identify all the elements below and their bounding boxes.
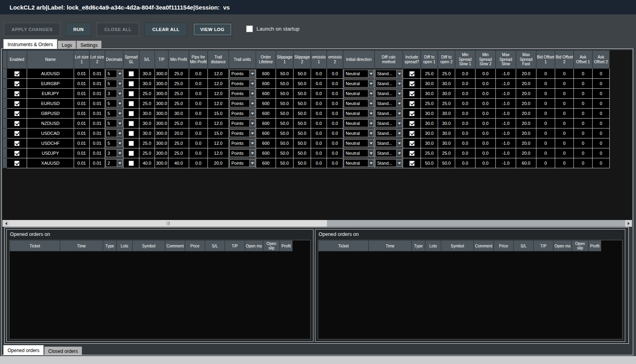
clear-all-button[interactable]: CLEAR ALL — [145, 23, 187, 36]
min-profit-cell[interactable]: 25.0 — [168, 69, 189, 79]
min-spread-slow-1-cell[interactable]: 0.0 — [455, 109, 476, 119]
decimals-select[interactable]: 5 — [106, 70, 123, 78]
orders-column-header-t-p[interactable]: T/P — [534, 241, 554, 251]
row-header[interactable] — [3, 158, 7, 168]
column-header-initial-direction[interactable]: Initial direction — [343, 51, 375, 69]
ask-offset-2-cell[interactable]: 0 — [593, 119, 610, 128]
min-profit-cell[interactable]: 30.0 — [168, 109, 189, 119]
order-lifetime-cell[interactable]: 600 — [256, 79, 276, 89]
include-spread-cell[interactable] — [403, 119, 421, 128]
bid-offset-2-cell[interactable]: 0 — [555, 79, 574, 89]
ask-offset-2-cell[interactable]: 0 — [593, 158, 610, 168]
trail-units-select[interactable]: Points — [229, 80, 255, 88]
include-spread-cell[interactable] — [403, 158, 421, 168]
s-l-cell[interactable]: 40.0 — [139, 158, 155, 168]
ask-offset-1-cell[interactable]: 0 — [574, 158, 593, 168]
bid-offset-1-cell[interactable]: 0 — [536, 148, 555, 158]
orders-column-header-lots[interactable]: Lots — [117, 241, 133, 251]
omissio-1-cell[interactable]: 0.0 — [311, 138, 327, 148]
diff-to-open-2-cell[interactable]: 30.0 — [438, 119, 455, 128]
max-spread-fast-cell[interactable]: 20.0 — [516, 109, 536, 119]
column-header-t-p[interactable]: T/P — [155, 51, 168, 69]
trail-distance-cell[interactable]: 15.0 — [208, 128, 229, 138]
diff-to-open-2-cell[interactable]: 25.0 — [438, 69, 455, 79]
orders-column-header-s-l[interactable]: S/L — [205, 241, 225, 251]
lot-size-1-cell[interactable]: 0.01 — [74, 119, 90, 128]
initial-direction-select[interactable]: Neutral — [344, 119, 374, 127]
pips-for-min-profit-cell[interactable]: 0.0 — [189, 138, 208, 148]
lot-size-1-cell[interactable]: 0.01 — [74, 109, 90, 119]
lot-size-2-cell[interactable]: 0.01 — [90, 79, 105, 89]
include-spread-cell[interactable] — [403, 128, 421, 138]
max-spread-fast-cell[interactable]: 60.0 — [516, 158, 536, 168]
name-cell[interactable]: EURGBP — [27, 79, 74, 89]
slippage-2-cell[interactable]: 50.0 — [294, 128, 311, 138]
diff-to-open-1-cell[interactable]: 25.0 — [421, 99, 438, 109]
scrollbar-track[interactable] — [9, 220, 625, 227]
max-spread-slow-cell[interactable]: -1.0 — [496, 109, 516, 119]
lot-size-1-cell[interactable]: 0.01 — [74, 158, 90, 168]
orders-column-header-open-slip[interactable]: Open slip — [572, 241, 589, 251]
diff-calc-method-select[interactable]: Stand... — [375, 80, 402, 88]
column-header-order-lifetime[interactable]: Order Lifetime — [256, 51, 276, 69]
slippage-1-cell[interactable]: 50.0 — [276, 158, 294, 168]
slippage-1-cell[interactable]: 50.0 — [276, 109, 294, 119]
orders-column-header-price[interactable]: Price — [494, 241, 514, 251]
row-header[interactable] — [3, 109, 7, 119]
orders-column-header-open-ms[interactable]: Open ms — [245, 241, 263, 251]
initial-direction-select[interactable]: Neutral — [344, 80, 374, 88]
order-lifetime-cell[interactable]: 600 — [256, 158, 276, 168]
trail-distance-cell[interactable]: 20.0 — [208, 158, 229, 168]
diff-to-open-2-cell[interactable]: 30.0 — [438, 109, 455, 119]
column-header-omissio-2[interactable]: omissio 2 — [327, 51, 343, 69]
lot-size-2-cell[interactable]: 0.01 — [90, 138, 105, 148]
diff-to-open-1-cell[interactable]: 30.0 — [421, 89, 438, 99]
tab-opened-orders[interactable]: Opened orders — [3, 345, 44, 355]
orders-column-header-symbol[interactable]: Symbol — [133, 241, 165, 251]
bid-offset-2-cell[interactable]: 0 — [555, 128, 574, 138]
lot-size-1-cell[interactable]: 0.01 — [74, 138, 90, 148]
slippage-2-cell[interactable]: 50.0 — [294, 99, 311, 109]
include-spread-checkbox[interactable] — [409, 121, 415, 126]
orders-column-header-type[interactable]: Type — [103, 241, 117, 251]
t-p-cell[interactable]: 300.0 — [155, 69, 168, 79]
decimals-select[interactable]: 5 — [106, 80, 123, 88]
include-spread-cell[interactable] — [403, 69, 421, 79]
lot-size-2-cell[interactable]: 0.01 — [90, 128, 105, 138]
enabled-cell[interactable] — [7, 148, 27, 158]
horizontal-scrollbar[interactable] — [2, 220, 632, 227]
enabled-cell[interactable] — [7, 109, 27, 119]
name-cell[interactable]: USDCHF — [27, 138, 74, 148]
spread-sl-cell[interactable] — [123, 138, 139, 148]
initial-direction-select[interactable]: Neutral — [344, 109, 374, 117]
row-header[interactable] — [3, 128, 7, 138]
diff-to-open-1-cell[interactable]: 50.0 — [421, 158, 438, 168]
spread-sl-checkbox[interactable] — [129, 111, 134, 116]
spread-sl-checkbox[interactable] — [129, 161, 134, 166]
trail-units-select[interactable]: Points — [229, 119, 255, 127]
enabled-checkbox[interactable] — [14, 81, 20, 86]
diff-calc-method-cell[interactable]: Stand... — [375, 69, 403, 79]
s-l-cell[interactable]: 30.0 — [139, 119, 155, 128]
max-spread-fast-cell[interactable]: 20.0 — [516, 119, 536, 128]
min-spread-slow-2-cell[interactable]: 0.0 — [476, 89, 496, 99]
include-spread-checkbox[interactable] — [409, 101, 415, 106]
column-header-ask-offset-1[interactable]: Ask Offset 1 — [574, 51, 593, 69]
omissio-1-cell[interactable]: 0.0 — [311, 79, 327, 89]
tab-logs[interactable]: Logs — [58, 41, 76, 49]
enabled-checkbox[interactable] — [14, 71, 20, 76]
max-spread-fast-cell[interactable]: 20.0 — [516, 69, 536, 79]
diff-to-open-2-cell[interactable]: 25.0 — [438, 148, 455, 158]
column-header-slippage-1[interactable]: Slippage 1 — [276, 51, 294, 69]
include-spread-checkbox[interactable] — [409, 71, 415, 76]
slippage-2-cell[interactable]: 50.0 — [294, 89, 311, 99]
diff-to-open-1-cell[interactable]: 30.0 — [421, 128, 438, 138]
ask-offset-1-cell[interactable]: 0 — [574, 109, 593, 119]
omissio-1-cell[interactable]: 0.0 — [311, 109, 327, 119]
ask-offset-2-cell[interactable]: 0 — [593, 148, 610, 158]
enabled-checkbox[interactable] — [14, 131, 20, 136]
order-lifetime-cell[interactable]: 600 — [256, 109, 276, 119]
max-spread-slow-cell[interactable]: -1.0 — [496, 89, 516, 99]
decimals-cell[interactable]: 5 — [105, 69, 123, 79]
bid-offset-1-cell[interactable]: 0 — [536, 119, 555, 128]
